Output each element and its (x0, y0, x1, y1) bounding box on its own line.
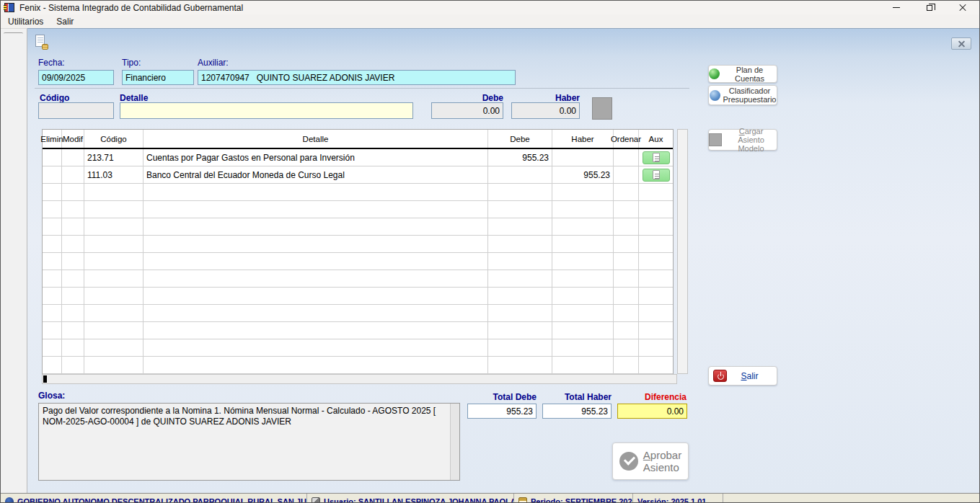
gray-square-icon (709, 133, 722, 146)
table-empty-row (43, 270, 673, 288)
check-icon (619, 452, 638, 471)
tipo-input[interactable]: Financiero (122, 70, 194, 85)
form-close-button[interactable] (951, 37, 971, 50)
clasificador-label-line2: Presupuestario (723, 95, 777, 104)
aux-detail-button[interactable] (643, 151, 670, 164)
table-empty-row (43, 184, 673, 201)
close-x-icon (958, 40, 965, 47)
clasificador-presupuestario-button[interactable]: Clasificador Presupuestario (708, 85, 777, 105)
entries-table: EliminModifCódigoDetalleDebeHaberOrdenar… (42, 129, 674, 375)
table-empty-row (43, 322, 673, 339)
user-icon (312, 497, 320, 503)
column-header-código: Código (84, 130, 144, 148)
aprobar-label-line1: Aprobar (643, 449, 681, 461)
minimize-button[interactable] (880, 1, 913, 14)
column-header-modif: Modif (62, 130, 84, 148)
status-usuario: Usuario: SANTILLAN ESPINOZA JOHANNA PAOL… (324, 497, 514, 503)
status-periodo: Periodo: SEPTIEMBRE 2025 (531, 497, 633, 503)
diferencia-label: Diferencia (596, 392, 687, 402)
document-coins-icon (34, 35, 48, 50)
cargar-label-line1: Cargar Asiento (738, 127, 764, 144)
column-header-haber: Haber (552, 130, 614, 148)
tipo-label: Tipo: (122, 58, 141, 68)
table-empty-row (43, 201, 673, 218)
close-icon (959, 4, 966, 12)
glosa-text: Pago del Valor correspondiente a la Nomi… (43, 406, 436, 427)
table-empty-row (43, 357, 673, 374)
table-empty-row (43, 305, 673, 322)
codigo-input[interactable] (38, 102, 114, 119)
column-header-detalle: Detalle (144, 130, 488, 148)
restore-button[interactable] (913, 1, 946, 14)
column-header-aux: Aux (639, 130, 673, 148)
separator-line (35, 88, 689, 89)
app-window: Fenix - Sistema Integrado de Contabilida… (0, 0, 980, 503)
debe-input[interactable]: 0.00 (431, 102, 503, 119)
plan-de-cuentas-button[interactable]: Plan de Cuentas (708, 65, 777, 83)
menu-bar: Utilitarios Salir (1, 14, 979, 28)
entity-icon (5, 497, 14, 503)
fecha-label: Fecha: (38, 58, 65, 68)
auxiliar-input[interactable]: 1207470947 QUINTO SUAREZ ADONIS JAVIER (198, 70, 516, 85)
table-empty-row (43, 253, 673, 270)
table-empty-row (43, 236, 673, 253)
total-debe-field: 955.23 (467, 404, 537, 419)
scrollbar-thumb[interactable] (43, 375, 47, 383)
salir-button[interactable]: Salir (708, 366, 777, 386)
notepad-icon (653, 170, 660, 179)
minimize-icon (893, 7, 900, 8)
left-toolbar-rail (1, 28, 27, 493)
auxiliar-label: Auxiliar: (198, 58, 229, 68)
notepad-icon (653, 153, 660, 162)
aprobar-asiento-button[interactable]: Aprobar Asiento (612, 442, 689, 480)
diferencia-field: 0.00 (617, 404, 687, 419)
entries-table-header: EliminModifCódigoDetalleDebeHaberOrdenar… (43, 130, 673, 149)
aprobar-label-line2: Asiento (643, 461, 681, 473)
table-row[interactable]: 213.71Cuentas por Pagar Gastos en Person… (43, 149, 673, 166)
status-entidad: GOBIERNO AUTONOMO DESCENTRALIZADO PARROQ… (17, 497, 307, 503)
restore-icon (927, 5, 932, 11)
table-row[interactable]: 111.03Banco Central del Ecuador Moneda d… (43, 166, 673, 184)
plan-de-cuentas-label: Plan de Cuentas (723, 66, 777, 83)
status-version: Versión: 2025.1.01 (637, 497, 706, 503)
column-header-debe: Debe (488, 130, 552, 148)
menu-utilitarios[interactable]: Utilitarios (2, 16, 49, 27)
glosa-textarea[interactable]: Pago del Valor correspondiente a la Nomi… (38, 403, 460, 481)
clasificador-label-line1: Clasificador (729, 86, 770, 95)
calendar-icon (518, 497, 527, 503)
column-header-elimin: Elimin (43, 130, 62, 148)
table-empty-row (43, 218, 673, 236)
table-empty-row (43, 339, 673, 357)
close-button[interactable] (946, 1, 979, 14)
haber-input[interactable]: 0.00 (511, 102, 580, 119)
power-icon (713, 370, 727, 382)
debe-label: Debe (446, 93, 503, 103)
detalle-label: Detalle (120, 93, 148, 103)
total-haber-field: 955.23 (542, 404, 612, 419)
entry-action-button[interactable] (592, 97, 612, 120)
table-empty-row (43, 288, 673, 305)
aux-detail-button[interactable] (643, 169, 670, 182)
window-title: Fenix - Sistema Integrado de Contabilida… (19, 3, 243, 13)
table-vertical-scrollbar[interactable] (677, 129, 688, 374)
haber-label: Haber (522, 93, 580, 103)
title-bar: Fenix - Sistema Integrado de Contabilida… (1, 1, 979, 14)
column-header-ordenar: Ordenar (614, 130, 639, 148)
table-horizontal-scrollbar[interactable] (42, 374, 677, 384)
blue-sphere-icon (710, 90, 720, 101)
entries-table-body: 213.71Cuentas por Pagar Gastos en Person… (43, 149, 673, 374)
status-bar: GOBIERNO AUTONOMO DESCENTRALIZADO PARROQ… (1, 493, 979, 503)
menu-salir[interactable]: Salir (50, 16, 79, 27)
cargar-label-line2: Modelo (738, 144, 764, 153)
fecha-input[interactable]: 09/09/2025 (38, 70, 114, 85)
toolbar-grip (4, 32, 23, 35)
app-icon (4, 3, 14, 12)
cargar-asiento-modelo-button[interactable]: Cargar Asiento Modelo (708, 129, 777, 151)
glosa-scrollbar[interactable] (450, 404, 459, 480)
detalle-input[interactable] (120, 102, 413, 119)
codigo-label: Código (40, 93, 69, 103)
green-sphere-icon (709, 68, 720, 79)
salir-label: Salir (727, 372, 772, 380)
glosa-label: Glosa: (38, 391, 65, 401)
